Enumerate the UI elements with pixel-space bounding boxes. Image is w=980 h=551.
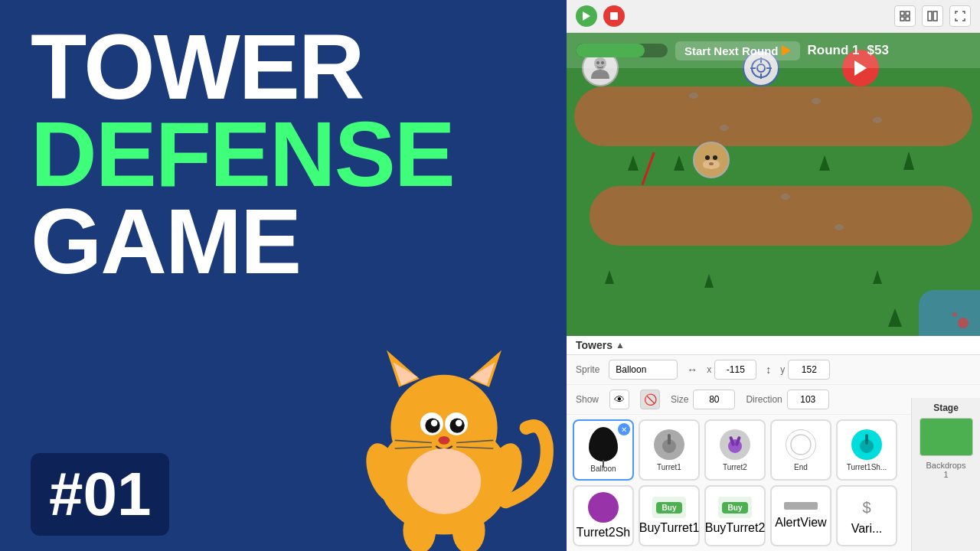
stage-panel: Stage Backdrops 1 xyxy=(911,398,980,551)
monkey-sprite[interactable] xyxy=(693,142,730,178)
direction-group: Direction xyxy=(746,390,828,409)
scratch-header xyxy=(567,0,980,33)
size-group: Size xyxy=(671,390,735,409)
sprite-item-turret2sh-label: Turret2Sh xyxy=(577,526,631,540)
y-input[interactable] xyxy=(788,360,830,380)
svg-point-46 xyxy=(709,162,714,165)
bottom-panel: Towers ▲ Sprite ↔ x ↕ y Show 👁 🚫 Size xyxy=(567,336,980,551)
lily-pad-2 xyxy=(952,312,957,317)
y-label: y xyxy=(780,364,785,375)
water-area xyxy=(919,290,980,336)
balloon-delete-badge[interactable]: ✕ xyxy=(618,423,630,435)
tree-1 xyxy=(628,155,639,171)
svg-rect-24 xyxy=(900,11,904,15)
backdrops-count: 1 xyxy=(943,470,948,479)
direction-label: Direction xyxy=(746,394,782,405)
game-hud: Start Next Round Round 1 $53 xyxy=(567,33,980,68)
fullscreen-button[interactable] xyxy=(949,5,971,27)
green-flag-button[interactable] xyxy=(576,5,597,27)
play-arrow-icon xyxy=(782,45,791,56)
size-label: Size xyxy=(671,394,688,405)
x-label: x xyxy=(707,364,711,375)
layout-view-button-2[interactable] xyxy=(922,5,943,27)
svg-marker-22 xyxy=(583,11,590,21)
towers-tab-label: Towers xyxy=(576,339,612,351)
tree-7 xyxy=(873,270,882,284)
sprite-item-end-label: End xyxy=(794,463,808,471)
direction-input[interactable] xyxy=(787,390,829,409)
show-visible-button[interactable]: 👁 xyxy=(609,390,629,409)
svg-point-12 xyxy=(439,436,450,445)
sprite-item-vari[interactable]: $ Vari... xyxy=(836,485,897,546)
sprite-item-turret2-label: Turret2 xyxy=(723,463,747,471)
backdrops-label: Backdrops xyxy=(926,461,966,470)
start-next-round-button[interactable]: Start Next Round xyxy=(675,41,800,60)
svg-rect-26 xyxy=(900,17,904,21)
size-input[interactable] xyxy=(693,390,735,409)
svg-rect-29 xyxy=(933,11,937,21)
health-bar-fill xyxy=(576,44,645,57)
stage-preview[interactable] xyxy=(920,418,973,456)
sprite-item-buyturret2-label: BuyTurret2 xyxy=(705,521,766,535)
tree-2 xyxy=(674,155,684,171)
sprite-item-buyturret2[interactable]: Buy BuyTurret2 xyxy=(704,485,766,546)
start-next-round-label: Start Next Round xyxy=(684,44,779,57)
right-panel: Start Next Round Round 1 $53 xyxy=(567,0,980,551)
y-coord-group: y xyxy=(780,360,830,380)
sprite-item-alertview-label: AlertView xyxy=(775,516,826,530)
svg-point-49 xyxy=(728,439,742,453)
sprite-item-turret1sh-label: Turret1Sh... xyxy=(847,463,887,471)
money-label: $53 xyxy=(867,43,889,58)
stage-label: Stage xyxy=(933,403,959,413)
svg-point-55 xyxy=(591,495,609,514)
game-area: Start Next Round Round 1 $53 xyxy=(567,33,980,336)
title-line1: TOWER xyxy=(31,23,536,110)
stick-object xyxy=(641,152,655,185)
sprite-item-vari-label: Vari... xyxy=(851,522,883,536)
tree-8 xyxy=(888,308,902,327)
sprite-info-row: Sprite ↔ x ↕ y xyxy=(567,355,980,385)
towers-tab[interactable]: Towers ▲ xyxy=(567,336,980,355)
sprite-item-balloon[interactable]: ✕ Balloon xyxy=(573,419,634,481)
stop-button[interactable] xyxy=(603,5,625,27)
x-input[interactable] xyxy=(714,360,756,380)
sprite-field-label: Sprite xyxy=(576,364,599,375)
tree-5 xyxy=(605,270,614,284)
svg-point-10 xyxy=(431,420,438,427)
buy-badge-2: Buy xyxy=(722,502,749,514)
resize-icon: ↔ xyxy=(687,364,697,376)
title-line3: GAME xyxy=(31,197,536,285)
svg-point-17 xyxy=(407,448,481,514)
svg-rect-28 xyxy=(928,11,932,21)
buy-badge-1: Buy xyxy=(656,502,683,514)
title-line2: DEFENSE xyxy=(31,110,536,197)
towers-chevron-icon: ▲ xyxy=(616,340,625,350)
show-hidden-button[interactable]: 🚫 xyxy=(640,390,660,409)
sprite-name-input[interactable] xyxy=(609,360,678,380)
sprite-item-buyturret1[interactable]: Buy BuyTurret1 xyxy=(639,485,700,546)
tree-6 xyxy=(704,274,714,288)
upper-path xyxy=(574,86,972,146)
sprite-item-end[interactable]: End xyxy=(770,419,831,481)
svg-point-52 xyxy=(791,435,811,455)
svg-point-11 xyxy=(456,420,462,427)
svg-rect-25 xyxy=(906,11,910,15)
sprite-item-buyturret1-label: BuyTurret1 xyxy=(639,521,700,535)
episode-block: #01 xyxy=(31,453,169,536)
sprite-item-turret2sh[interactable]: Turret2Sh xyxy=(573,485,634,546)
sprite-item-turret1sh[interactable]: Turret1Sh... xyxy=(836,419,897,481)
svg-point-44 xyxy=(705,155,710,160)
tree-3 xyxy=(819,155,830,171)
header-controls-left xyxy=(576,5,625,27)
svg-rect-48 xyxy=(668,434,671,445)
sprite-item-alertview[interactable]: AlertView xyxy=(770,485,831,546)
svg-rect-27 xyxy=(906,17,910,21)
header-controls-right xyxy=(894,5,971,27)
scratch-cat xyxy=(322,321,567,551)
sprite-item-turret2[interactable]: Turret2 xyxy=(704,419,766,481)
lily-pad xyxy=(958,318,969,328)
health-bar-container xyxy=(576,44,668,57)
tree-4 xyxy=(903,152,914,170)
sprite-item-turret1[interactable]: Turret1 xyxy=(639,419,700,481)
layout-view-button-1[interactable] xyxy=(894,5,916,27)
